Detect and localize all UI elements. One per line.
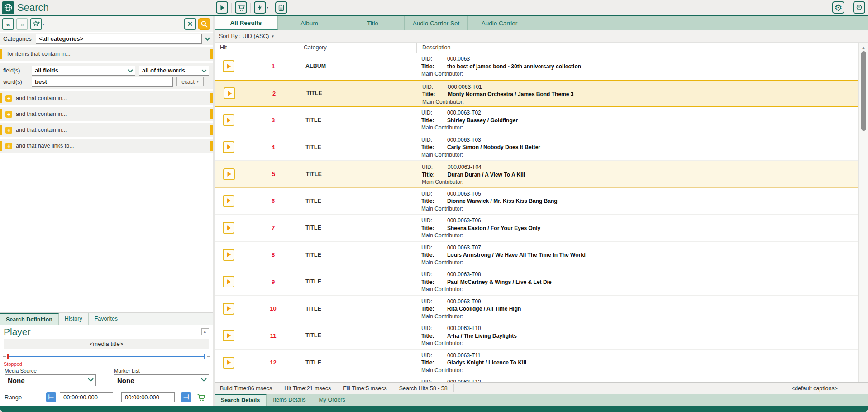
result-row[interactable]: 3 TITLE UID:000.0063-T02 Title:Shirley B… bbox=[215, 107, 858, 134]
uid-label: UID: bbox=[421, 217, 447, 225]
hit-number: 11 bbox=[234, 332, 298, 339]
tab-album[interactable]: Album bbox=[278, 16, 341, 30]
history-forward-button[interactable]: » bbox=[16, 18, 28, 30]
row-play-button[interactable] bbox=[223, 168, 235, 180]
result-row[interactable]: 11 TITLE UID:000.0063-T10 Title:A-ha / T… bbox=[215, 322, 858, 350]
row-play-button[interactable] bbox=[223, 357, 234, 369]
result-row[interactable]: 1 ALBUM UID:000.0063 Title:the best of j… bbox=[215, 53, 858, 80]
bottom-tab-bar: Search Details Items Details My Orders bbox=[215, 394, 868, 406]
run-search-button[interactable] bbox=[198, 18, 210, 30]
fields-select[interactable]: all fields bbox=[32, 66, 135, 76]
search-clause-header: for items that contain in... bbox=[0, 47, 213, 61]
clipboard-button[interactable] bbox=[275, 1, 287, 14]
add-links-row[interactable]: + and that have links to... bbox=[0, 139, 213, 153]
clear-search-button[interactable]: ✕ bbox=[184, 18, 196, 30]
row-play-button[interactable] bbox=[223, 249, 234, 261]
quick-actions-caret-icon[interactable]: ▾ bbox=[267, 5, 268, 10]
settings-gear-button[interactable]: ⚙ bbox=[832, 1, 844, 14]
uid-label: UID: bbox=[421, 136, 447, 144]
play-media-button[interactable] bbox=[216, 1, 228, 14]
quick-actions-button[interactable] bbox=[254, 1, 266, 14]
tab-search-definition[interactable]: Search Definition bbox=[0, 313, 59, 325]
tab-favorites[interactable]: Favorites bbox=[89, 313, 124, 325]
match-mode-select[interactable]: all of the words bbox=[139, 66, 209, 76]
collapse-player-icon[interactable]: » bbox=[201, 328, 209, 335]
result-row[interactable]: 12 TITLE UID:000.0063-T11 Title:Gladys K… bbox=[215, 350, 858, 377]
add-favorite-button[interactable] bbox=[30, 18, 42, 30]
row-play-button[interactable] bbox=[223, 303, 234, 315]
categories-input[interactable]: <all categories> bbox=[36, 34, 202, 44]
add-criteria-row[interactable]: + and that contain in... bbox=[0, 107, 213, 121]
tab-search-details[interactable]: Search Details bbox=[215, 394, 267, 406]
result-category: TITLE bbox=[298, 350, 417, 376]
mark-out-button[interactable]: ⊣ bbox=[181, 392, 191, 402]
history-back-button[interactable]: « bbox=[2, 18, 14, 30]
result-description: UID:000.0063-T06 Title:Sheena Easton / F… bbox=[417, 215, 858, 241]
media-source-select[interactable]: None bbox=[5, 374, 96, 386]
result-row[interactable]: 4 TITLE UID:000.0063-T03 Title:Carly Sim… bbox=[215, 134, 858, 161]
tab-history[interactable]: History bbox=[59, 313, 89, 325]
result-row[interactable]: 7 TITLE UID:000.0063-T06 Title:Sheena Ea… bbox=[215, 215, 858, 242]
title-label: Title: bbox=[421, 144, 447, 151]
tab-all-results[interactable]: All Results bbox=[215, 16, 278, 30]
app-logo-icon bbox=[2, 1, 14, 14]
range-end-input[interactable]: 00:00:00.000 bbox=[121, 392, 175, 402]
result-row[interactable]: 8 TITLE UID:000.0063-T07 Title:Louis Arm… bbox=[215, 242, 858, 269]
range-start-input[interactable]: 00:00:00.000 bbox=[60, 392, 113, 402]
end-marker[interactable] bbox=[204, 354, 205, 359]
cart-button[interactable] bbox=[235, 1, 247, 14]
row-play-button[interactable] bbox=[223, 222, 234, 234]
tab-audio-carrier[interactable]: Audio Carrier bbox=[468, 16, 531, 30]
exact-mode-select[interactable]: exact▾ bbox=[176, 77, 204, 86]
row-play-button[interactable] bbox=[223, 60, 234, 72]
tab-audio-carrier-set[interactable]: Audio Carrier Set bbox=[405, 16, 468, 30]
timeline-track[interactable] bbox=[7, 356, 205, 357]
tab-title[interactable]: Title bbox=[341, 16, 405, 30]
results-scrollbar[interactable]: ▲ bbox=[858, 43, 868, 382]
favorite-caret-icon[interactable]: ▾ bbox=[43, 22, 44, 26]
row-play-button[interactable] bbox=[224, 87, 235, 99]
result-row[interactable]: 10 TITLE UID:000.0063-T09 Title:Rita Coo… bbox=[215, 296, 858, 323]
uid-label: UID: bbox=[421, 378, 447, 382]
add-criteria-row[interactable]: + and that contain in... bbox=[0, 123, 213, 137]
title-value: Carly Simon / Nobody Does It Better bbox=[447, 144, 540, 150]
search-words-input[interactable]: best bbox=[32, 77, 173, 87]
add-criteria-row[interactable]: + and that contain in... bbox=[0, 91, 213, 105]
row-play-button[interactable] bbox=[223, 276, 234, 287]
power-button[interactable] bbox=[853, 1, 865, 14]
title-label: Title: bbox=[422, 171, 448, 179]
scrollbar-thumb[interactable] bbox=[861, 51, 866, 131]
tab-items-details[interactable]: Items Details bbox=[267, 394, 312, 406]
column-header-hit[interactable]: Hit bbox=[215, 43, 298, 53]
result-category: ALBUM bbox=[298, 53, 417, 80]
result-row[interactable]: UID:000.0063-T12 bbox=[215, 376, 858, 382]
hit-number: 1 bbox=[234, 63, 298, 70]
uid-value: 000.0063-T01 bbox=[448, 84, 482, 90]
marker-list-select[interactable]: None bbox=[114, 374, 209, 386]
row-play-button[interactable] bbox=[223, 330, 234, 341]
player-timeline[interactable]: Stopped bbox=[2, 349, 211, 366]
tab-my-orders[interactable]: My Orders bbox=[312, 394, 352, 406]
playhead-marker[interactable] bbox=[7, 354, 9, 359]
default-captions-selector[interactable]: <default captions> bbox=[792, 385, 863, 392]
sort-by-control[interactable]: Sort By : UID (ASC)▾ bbox=[215, 30, 868, 43]
add-range-to-cart-button[interactable] bbox=[196, 393, 206, 402]
mark-in-button[interactable]: ⊢ bbox=[46, 392, 56, 402]
result-row[interactable]: 5 TITLE UID:000.0063-T04 Title:Duran Dur… bbox=[215, 161, 858, 188]
column-header-description[interactable]: Description bbox=[417, 43, 858, 53]
result-category: TITLE bbox=[299, 81, 418, 106]
result-row[interactable]: 6 TITLE UID:000.0063-T05 Title:Dionne Wa… bbox=[215, 188, 858, 215]
row-play-button[interactable] bbox=[223, 114, 234, 126]
scrollbar-up-icon[interactable]: ▲ bbox=[859, 45, 868, 50]
categories-chevron-down-icon[interactable] bbox=[202, 37, 213, 41]
result-row[interactable]: 9 TITLE UID:000.0063-T08 Title:Paul McCa… bbox=[215, 268, 858, 296]
uid-label: UID: bbox=[421, 325, 447, 332]
column-header-category[interactable]: Category bbox=[298, 43, 417, 53]
result-description: UID:000.0063-T03 Title:Carly Simon / Nob… bbox=[417, 134, 858, 161]
row-play-button[interactable] bbox=[223, 195, 234, 207]
hit-number: 5 bbox=[235, 171, 299, 177]
result-row[interactable]: 2 TITLE UID:000.0063-T01 Title:Monty Nor… bbox=[215, 80, 858, 107]
uid-value: 000.0063-T04 bbox=[448, 164, 482, 170]
row-play-button[interactable] bbox=[223, 141, 234, 153]
plus-icon: + bbox=[5, 127, 12, 134]
